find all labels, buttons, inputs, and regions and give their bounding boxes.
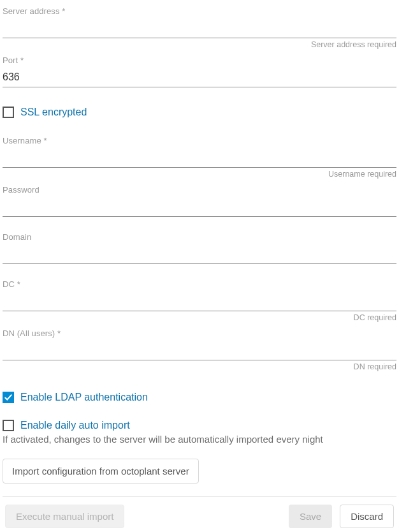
- field-domain: Domain: [3, 232, 396, 264]
- checkbox-enable-auto[interactable]: [3, 420, 14, 431]
- input-dc[interactable]: [3, 292, 396, 311]
- error-dc: DC required: [3, 313, 396, 322]
- label-domain: Domain: [3, 232, 396, 242]
- label-enable-auto: Enable daily auto import: [20, 420, 130, 431]
- import-config-button[interactable]: Import configuration from octoplant serv…: [3, 459, 199, 484]
- field-server-address: Server address * Server address required: [3, 6, 396, 49]
- error-dn: DN required: [3, 362, 396, 371]
- input-password[interactable]: [3, 197, 396, 217]
- input-port[interactable]: [3, 68, 396, 87]
- input-domain[interactable]: [3, 244, 396, 264]
- input-server-address[interactable]: [3, 18, 396, 38]
- action-row: Execute manual import Save Discard: [3, 497, 396, 532]
- label-username: Username *: [3, 136, 396, 145]
- label-dc: DC *: [3, 279, 396, 289]
- error-username: Username required: [3, 170, 396, 179]
- label-dn: DN (All users) *: [3, 329, 396, 338]
- label-server-address: Server address *: [3, 6, 396, 16]
- form-scroll-area[interactable]: Server address * Server address required…: [0, 0, 399, 374]
- field-username: Username * Username required: [3, 136, 396, 179]
- label-enable-ldap: Enable LDAP authentication: [20, 392, 148, 403]
- field-password: Password: [3, 185, 396, 217]
- execute-manual-import-button[interactable]: Execute manual import: [5, 505, 124, 528]
- discard-button[interactable]: Discard: [340, 505, 394, 528]
- check-icon: [4, 393, 13, 402]
- checkbox-enable-ldap[interactable]: [3, 392, 14, 403]
- input-username[interactable]: [3, 148, 396, 168]
- field-dc: DC * DC required: [3, 279, 396, 322]
- save-button[interactable]: Save: [289, 505, 332, 528]
- label-port: Port *: [3, 55, 396, 65]
- label-ssl: SSL encrypted: [20, 107, 87, 118]
- checkbox-ssl[interactable]: [3, 107, 14, 118]
- input-dn[interactable]: [3, 341, 396, 360]
- row-enable-ldap: Enable LDAP authentication: [3, 392, 396, 403]
- row-enable-auto: Enable daily auto import: [3, 420, 396, 431]
- label-password: Password: [3, 185, 396, 195]
- row-ssl: SSL encrypted: [3, 107, 396, 118]
- error-server-address: Server address required: [3, 40, 396, 49]
- field-port: Port *: [3, 55, 396, 87]
- field-dn: DN (All users) * DN required: [3, 329, 396, 371]
- hint-auto-import: If activated, changes to the server will…: [3, 434, 396, 445]
